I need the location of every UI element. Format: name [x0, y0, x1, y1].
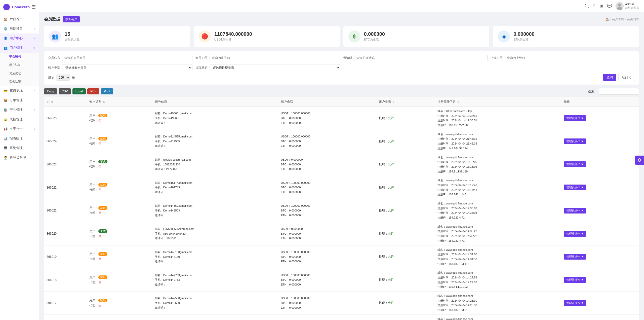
admin-action-button[interactable]: 管理员操作 ▼: [564, 161, 586, 167]
sidebar-sub-item-user-auth[interactable]: 用户认证: [0, 61, 39, 69]
cell-account-type: 用户：试玩代理：否: [87, 314, 152, 320]
sidebar-logo: C ComexPro ☰: [0, 0, 39, 14]
admin-action-button[interactable]: 管理员操作 ▼: [564, 300, 586, 306]
sort-icon[interactable]: ⇅: [392, 100, 394, 103]
user-manage-icon: 👥: [4, 46, 8, 50]
sidebar-sub-item-real-name[interactable]: 实名认证: [0, 78, 39, 86]
excel-button[interactable]: Excel: [72, 88, 86, 94]
reg-ip-info: 注册IP：154.222.4.71: [437, 215, 559, 220]
admin-action-button[interactable]: 管理员操作 ▼: [564, 208, 586, 214]
account-id-input[interactable]: [210, 55, 340, 61]
sidebar-item-basic-settings[interactable]: ⚙️ 基础设置 ›: [0, 24, 39, 33]
admin-action-button[interactable]: 管理员操作 ▼: [564, 185, 586, 190]
admin-action-button[interactable]: 管理员操作 ▼: [564, 231, 586, 237]
sidebar-item-system-manage[interactable]: 🖥️ 系统管理: [0, 143, 39, 153]
cell-account-info: 邮箱：Demo161743gmail.com手机：Demo161743邀请码：: [152, 176, 278, 199]
sidebar: C ComexPro ☰ 🏠 后台首页 › ⚙️ 基础设置 › 👤 用户中心 ∨…: [0, 0, 39, 320]
sidebar-item-admin-manage[interactable]: 👨‍💼 管理员管理: [0, 153, 39, 162]
sidebar-item-dashboard[interactable]: 🏠 后台首页 ›: [0, 14, 39, 24]
cell-status: 提现：允许: [376, 107, 435, 130]
display-unit: 条: [72, 75, 75, 80]
sort-icon[interactable]: ⇅: [457, 100, 459, 103]
cell-status: 提现：允许: [376, 130, 435, 153]
invite-code-input[interactable]: [354, 55, 488, 61]
chevron-down-icon: ∨: [33, 37, 35, 40]
display-count-select[interactable]: 100 50 25: [56, 75, 70, 81]
sort-icon[interactable]: ⇅: [51, 101, 53, 103]
screen-icon[interactable]: ▣: [600, 4, 603, 8]
topbar-user[interactable]: admin 超级管理员: [616, 2, 639, 10]
dark-mode-icon[interactable]: ☾: [593, 4, 596, 8]
sidebar-item-risk-control[interactable]: 🔒 风控管理 ›: [0, 115, 39, 124]
cell-status: 提现：允许: [376, 153, 435, 176]
sidebar-item-label: 充值提现: [10, 88, 23, 93]
account-type-badge: 试玩: [98, 183, 107, 187]
fullscreen-icon[interactable]: ⛶: [585, 4, 589, 8]
filter-member-account: 会员账号: [48, 55, 192, 61]
cell-action: 管理员操作 ▼: [561, 107, 639, 130]
cell-account-info: 邮箱：Demo142530gmail.com手机：Demo142530邀请码：: [152, 314, 278, 320]
hamburger-icon[interactable]: ☰: [32, 4, 36, 10]
cell-account-info: 邮箱：Demo143503gmail.com手机：Demo143503邀请码：: [152, 199, 278, 222]
cell-id: 866023: [44, 153, 87, 176]
admin-action-button[interactable]: 管理员操作 ▼: [564, 138, 586, 144]
cell-reg-info: 域名：www.qdd-finance.com注册时间：2024-04-04 16…: [435, 153, 561, 176]
sidebar-item-text-announce[interactable]: 📢 文章公告 ›: [0, 124, 39, 134]
cell-reg-info: 域名：www.qdd-finance.com注册时间：2024-04-04 16…: [435, 176, 561, 199]
sidebar-item-label: 用户管理: [10, 46, 23, 50]
allow-badge: 允许: [388, 186, 394, 189]
sidebar-item-product-manage[interactable]: 🛍️ 产品管理 ›: [0, 105, 39, 115]
sort-icon[interactable]: ⇅: [103, 100, 105, 103]
admin-action-button[interactable]: 管理员操作 ▼: [564, 277, 586, 283]
query-button[interactable]: 查询: [603, 74, 616, 81]
print-button[interactable]: Print: [101, 88, 113, 94]
account-type-agent: 代理：否: [89, 211, 150, 215]
sidebar-sub-item-fund-change[interactable]: 资金变动: [0, 69, 39, 78]
email-info: 邮箱：Demo142753gmail.com: [155, 273, 276, 278]
email-info: 邮箱：Demo143150gmail.com: [155, 250, 276, 255]
login-time-info: 注册时间：2024-04-04 21:45:35: [437, 141, 559, 146]
account-type-select[interactable]: 请选择账户类型: [62, 64, 192, 71]
account-type-badge: 试玩: [98, 275, 107, 279]
stat-info: 15 会员总人数: [65, 31, 80, 42]
settings-fab[interactable]: ⚙: [635, 156, 644, 165]
sidebar-item-user-manage[interactable]: 👥 用户管理 ∨: [0, 43, 39, 53]
account-type-badge: 试玩: [98, 137, 107, 140]
sidebar-item-report-stats[interactable]: 📊 报表统计: [0, 134, 39, 143]
sidebar-sub-label: 实名认证: [9, 80, 21, 83]
page-content: 会员数据 添加会员 🏠 / 会员管理 / 会员列表 👥 15 会员总人数 �: [39, 12, 644, 320]
login-time-info: 注册时间：2024-04-04 14:31:50: [437, 257, 559, 262]
usdt-value: 1107840.000000: [214, 31, 252, 37]
filter-account-id: 账号ID号: [195, 55, 340, 61]
account-type-badge: 试玩: [98, 252, 107, 256]
sidebar-sub-item-platform-account[interactable]: 平台账号: [0, 53, 39, 61]
admin-action-button[interactable]: 管理员操作 ▼: [564, 115, 586, 121]
pdf-button[interactable]: PDF: [87, 88, 99, 94]
account-type-user: 用户：正式: [89, 229, 150, 233]
sidebar-item-order-manage[interactable]: 📦 订单管理 ›: [0, 95, 39, 105]
reset-button[interactable]: 初始化: [618, 74, 635, 81]
eth-balance: ETH：0.000000: [281, 282, 374, 287]
member-account-input[interactable]: [62, 55, 192, 61]
cell-action: 管理员操作 ▼: [561, 222, 639, 245]
usdt-icon: 🔴: [199, 30, 211, 43]
sidebar-item-user-center[interactable]: 👤 用户中心 ∨: [0, 33, 39, 43]
page-header: 会员数据 添加会员 🏠 / 会员管理 / 会员列表: [44, 16, 639, 22]
reg-time-info: 注册时间：2024-04-04 14:27:53: [437, 275, 559, 280]
reg-time-info: 注册时间：2024-09-03 19:36:51: [437, 114, 559, 118]
account-type-user: 用户：试玩: [89, 298, 150, 303]
admin-role: 超级管理员: [625, 6, 639, 10]
superior-id-input[interactable]: [505, 55, 635, 61]
copy-button[interactable]: Copy: [44, 88, 57, 94]
eth-value: 0.000000: [513, 31, 534, 37]
add-member-button[interactable]: 添加会员: [63, 16, 80, 22]
message-icon[interactable]: 💬: [607, 4, 612, 8]
sidebar-item-charge-withdraw[interactable]: 💳 充值提现 ›: [0, 86, 39, 95]
domain-info: 域名：www.qdd-finance.com: [437, 155, 559, 160]
withdraw-status-select[interactable]: 请选择提现状态: [210, 64, 340, 71]
admin-action-button[interactable]: 管理员操作 ▼: [564, 254, 586, 260]
table-search-input[interactable]: [599, 88, 639, 95]
email-info: 邮箱：weplus.cc@gmail.com: [155, 157, 276, 162]
csv-button[interactable]: CSV: [59, 88, 71, 94]
table-row: 866016用户：试玩代理：否邮箱：Demo142530gmail.com手机：…: [44, 314, 639, 320]
